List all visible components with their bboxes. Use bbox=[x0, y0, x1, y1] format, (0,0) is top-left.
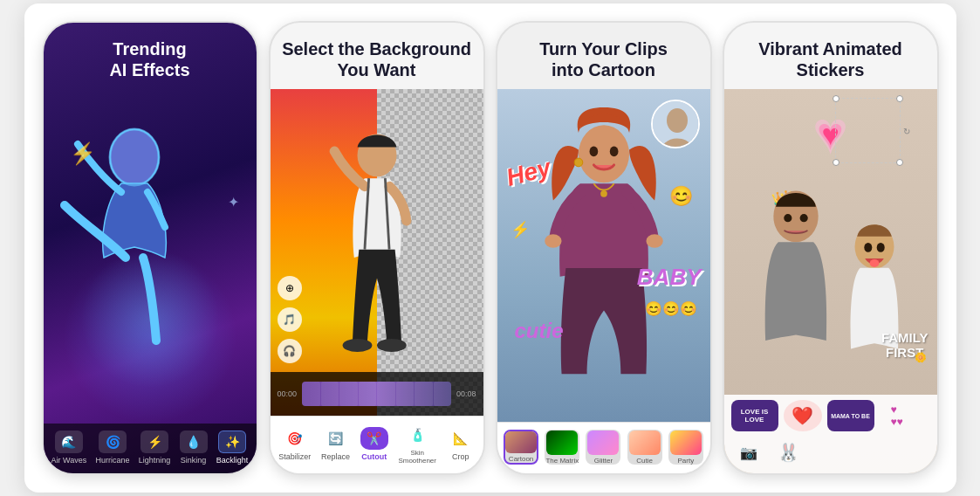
sticker-camera[interactable]: 📷 bbox=[731, 437, 766, 468]
svg-point-21 bbox=[876, 243, 884, 252]
panel-cartoon: Turn Your Clipsinto Cartoon bbox=[496, 21, 712, 475]
sinking-label: Sinking bbox=[181, 456, 207, 465]
replace-label: Replace bbox=[321, 452, 350, 461]
panel-2-toolbar: 🎯 Stabilizer 🔄 Replace ✂️ Cutout 🧴 SkinS… bbox=[271, 416, 483, 473]
cutout-label: Cutout bbox=[361, 452, 387, 461]
side-btn-1[interactable]: ⊕ bbox=[278, 276, 302, 300]
panel-4-title: Vibrant AnimatedStickers bbox=[724, 23, 937, 89]
jumper-figure bbox=[312, 119, 442, 372]
filter-cutie-label: Cutie bbox=[636, 457, 653, 465]
toolbar-hurricane[interactable]: 🌀 Hurricane bbox=[96, 431, 130, 465]
svg-point-18 bbox=[799, 214, 807, 222]
toolbar-air-waves[interactable]: 🌊 Air Waves bbox=[51, 431, 87, 465]
stabilizer-icon: 🎯 bbox=[281, 427, 309, 450]
air-waves-icon: 🌊 bbox=[55, 431, 83, 453]
rotate-handle[interactable]: ↻ bbox=[903, 126, 910, 135]
hurricane-label: Hurricane bbox=[96, 456, 130, 465]
panel-1-content: ⚡ ✦ bbox=[44, 89, 257, 424]
crop-label: Crop bbox=[452, 452, 469, 461]
panel-2-title: Select the BackgroundYou Want bbox=[271, 23, 483, 89]
panel-2-content: ⊕ 🎵 🎧 00:00 00:08 bbox=[271, 89, 483, 416]
svg-point-3 bbox=[342, 339, 372, 352]
toolbar-backlight[interactable]: ✨ Backlight bbox=[216, 431, 249, 465]
toolbar-lightning[interactable]: ⚡ Lightning bbox=[139, 431, 171, 465]
panel-select-background: Select the BackgroundYou Want bbox=[269, 21, 485, 475]
toolbar-stabilizer[interactable]: 🎯 Stabilizer bbox=[278, 427, 311, 461]
filter-cutie[interactable]: Cutie bbox=[627, 430, 662, 465]
svg-point-11 bbox=[609, 147, 618, 157]
backlight-icon: ✨ bbox=[218, 431, 246, 453]
filter-glitter-label: Glitter bbox=[594, 457, 613, 465]
timeline-bar: 00:00 00:08 bbox=[271, 372, 483, 416]
selection-box: ↻ bbox=[835, 98, 901, 163]
panel-3-content: Hey BABY cutie 😊 ⚡ 😊😊😊 bbox=[497, 89, 710, 422]
sticker-mama-to-be[interactable]: MAMA TO BE bbox=[827, 400, 874, 431]
handle-tl[interactable] bbox=[833, 95, 840, 102]
skin-smoothener-label: SkinSmoothener bbox=[398, 449, 436, 465]
cutout-icon: ✂️ bbox=[360, 427, 388, 450]
filter-matrix-label: The Matrix bbox=[545, 457, 579, 465]
filter-matrix[interactable]: The Matrix bbox=[545, 430, 579, 465]
lightning-icon: ⚡ bbox=[140, 431, 168, 453]
timeline-frames bbox=[302, 382, 451, 406]
sticker-bunny[interactable]: 🐰 bbox=[771, 437, 806, 468]
filter-glitter[interactable]: Glitter bbox=[586, 430, 620, 465]
sticker-shelf: LOVE IS LOVE ❤️ MAMA TO BE ♥♥♥ 📷 🐰 bbox=[724, 395, 937, 473]
sticker-cutie: cutie bbox=[515, 319, 564, 343]
toolbar-replace[interactable]: 🔄 Replace bbox=[321, 427, 350, 461]
side-btn-3[interactable]: 🎧 bbox=[278, 339, 302, 363]
toolbar-cutout[interactable]: ✂️ Cutout bbox=[360, 427, 388, 461]
svg-point-9 bbox=[578, 125, 628, 183]
svg-point-4 bbox=[377, 339, 407, 352]
sinking-icon: 💧 bbox=[180, 431, 208, 453]
lightning-deco: ⚡ bbox=[511, 220, 530, 239]
panel-stickers: Vibrant AnimatedStickers ♥ ♥ ♥ ↻ bbox=[723, 21, 939, 475]
handle-bl[interactable] bbox=[833, 159, 840, 166]
svg-point-13 bbox=[545, 234, 561, 248]
svg-point-22 bbox=[869, 259, 879, 267]
person-man bbox=[748, 176, 844, 369]
panel-3-toolbar: Cartoon The Matrix Glitter Cutie Party bbox=[497, 422, 710, 473]
panel-4-content: ♥ ♥ ♥ ↻ 👑 bbox=[724, 89, 937, 473]
svg-point-12 bbox=[574, 158, 583, 167]
svg-point-20 bbox=[864, 243, 872, 252]
app-showcase: TrendingAI Effects bbox=[24, 3, 956, 493]
svg-point-14 bbox=[646, 234, 662, 248]
toolbar-sinking[interactable]: 💧 Sinking bbox=[180, 431, 208, 465]
svg-point-15 bbox=[600, 190, 607, 197]
lightning-label: Lightning bbox=[139, 456, 171, 465]
flower-deco: 🌼 bbox=[915, 352, 927, 363]
timeline-track[interactable] bbox=[302, 382, 451, 406]
svg-point-10 bbox=[589, 147, 598, 157]
panel-3-title: Turn Your Clipsinto Cartoon bbox=[497, 23, 710, 89]
sticker-heart-red[interactable]: ❤️ bbox=[784, 400, 822, 431]
smiley-sticker: 😊 bbox=[669, 185, 693, 208]
crop-icon: 📐 bbox=[447, 427, 475, 450]
toolbar-crop[interactable]: 📐 Crop bbox=[447, 427, 475, 461]
stabilizer-label: Stabilizer bbox=[278, 452, 311, 461]
heart-sticker-container: ♥ ♥ ♥ ↻ bbox=[783, 102, 879, 181]
sticker-love-is-love[interactable]: LOVE IS LOVE bbox=[731, 400, 778, 431]
backlight-label: Backlight bbox=[216, 456, 249, 465]
svg-point-17 bbox=[784, 214, 792, 222]
filter-party[interactable]: Party bbox=[668, 430, 703, 465]
replace-icon: 🔄 bbox=[322, 427, 350, 450]
filter-cartoon-label: Cartoon bbox=[509, 455, 533, 463]
panel-1-title: TrendingAI Effects bbox=[44, 23, 257, 89]
air-waves-label: Air Waves bbox=[51, 456, 87, 465]
sticker-baby: BABY bbox=[637, 264, 702, 291]
toolbar-skin-smoothener[interactable]: 🧴 SkinSmoothener bbox=[398, 424, 436, 465]
skin-smoothener-icon: 🧴 bbox=[403, 424, 431, 446]
filter-cartoon[interactable]: Cartoon bbox=[504, 430, 538, 465]
side-controls: ⊕ 🎵 🎧 bbox=[278, 276, 302, 363]
filter-party-label: Party bbox=[678, 457, 695, 465]
panel-1-toolbar: 🌊 Air Waves 🌀 Hurricane ⚡ Lightning 💧 Si… bbox=[44, 424, 257, 473]
panel-trending-ai: TrendingAI Effects bbox=[42, 21, 258, 475]
side-btn-2[interactable]: 🎵 bbox=[278, 307, 302, 332]
emoji-deco: 😊😊😊 bbox=[645, 300, 697, 317]
hurricane-icon: 🌀 bbox=[99, 431, 127, 453]
handle-br[interactable] bbox=[896, 159, 903, 166]
handle-tr[interactable] bbox=[896, 95, 903, 102]
sticker-hearts-row[interactable]: ♥♥♥ bbox=[880, 400, 915, 431]
